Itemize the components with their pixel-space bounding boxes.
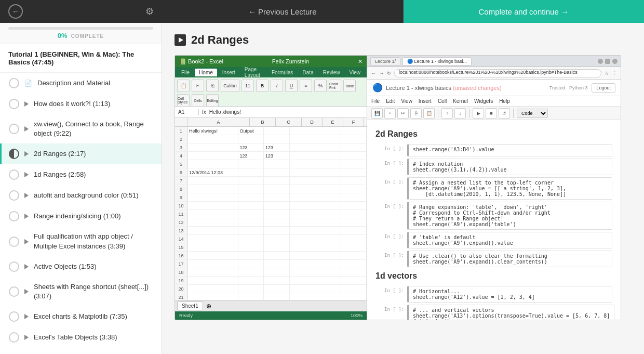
bookmark-icon[interactable]: ☆ [605, 71, 609, 76]
previous-lecture-button[interactable]: ← Previous Lecture [162, 0, 404, 23]
excel-cell[interactable] [238, 160, 264, 168]
excel-cell[interactable] [187, 227, 238, 234]
excel-cell[interactable] [290, 160, 315, 168]
excel-cell[interactable] [315, 160, 341, 168]
excel-cell[interactable] [315, 202, 341, 209]
excel-cell[interactable] [290, 268, 315, 276]
excel-tab-view[interactable]: View [345, 69, 365, 76]
excel-cell[interactable] [341, 135, 367, 143]
lesson-item[interactable]: Excel charts & Matplotlib (7:35) [0, 306, 162, 327]
menu-file[interactable]: File [371, 98, 380, 104]
table-row[interactable]: 18 [175, 268, 367, 277]
excel-cell[interactable] [187, 218, 238, 226]
notebook-cell[interactable]: In [ ]:# Index notation sheet.range((3,1… [375, 159, 612, 175]
excel-cell[interactable] [315, 135, 341, 143]
excel-cell[interactable]: Output [238, 127, 264, 135]
excel-cell[interactable] [238, 260, 264, 268]
excel-cell[interactable] [290, 202, 315, 209]
excel-cell[interactable] [264, 235, 289, 243]
cell-input[interactable]: # Range expansion: 'table', 'down', 'rig… [407, 202, 612, 230]
excel-cell[interactable] [341, 193, 367, 201]
lesson-item[interactable]: Range indexing/slicing (1:00) [0, 206, 162, 227]
table-row[interactable]: 19 [175, 277, 367, 285]
excel-cell[interactable] [290, 168, 315, 176]
excel-cell[interactable] [341, 243, 367, 251]
excel-cell[interactable] [341, 285, 367, 293]
excel-cell[interactable] [341, 168, 367, 176]
excel-cell[interactable] [238, 243, 264, 251]
excel-cell[interactable] [264, 277, 289, 284]
excel-cell[interactable] [187, 210, 238, 218]
excel-cell[interactable] [315, 185, 341, 193]
excel-cell[interactable] [238, 218, 264, 226]
col-c-header[interactable]: C [276, 118, 302, 126]
menu-help[interactable]: Help [499, 98, 510, 104]
excel-cell[interactable] [187, 202, 238, 209]
forward-nav-icon[interactable]: → [379, 71, 384, 76]
excel-cell[interactable] [187, 160, 238, 168]
notebook-cell[interactable]: In [ ]:# Use .clear() to also clear the … [375, 251, 612, 267]
lesson-item[interactable]: Sheets with Range shortcut (sheet[...]) … [0, 277, 162, 306]
excel-cell[interactable] [238, 235, 264, 243]
excel-cell[interactable] [187, 260, 238, 268]
table-row[interactable]: 4123123 [175, 152, 367, 160]
excel-cell[interactable] [341, 235, 367, 243]
excel-cell[interactable] [238, 227, 264, 234]
lesson-item[interactable]: 1d Ranges (2:58) [0, 164, 162, 185]
excel-cell[interactable] [315, 285, 341, 293]
col-a-header[interactable]: A [187, 118, 250, 126]
excel-cell[interactable] [238, 135, 264, 143]
font-btn[interactable]: Calibri [221, 80, 239, 92]
excel-cell[interactable] [187, 285, 238, 293]
lesson-item[interactable]: xw.view(), Connect to a book, Range obje… [0, 114, 162, 143]
excel-cell[interactable] [187, 293, 238, 300]
excel-cell[interactable]: 123 [238, 143, 264, 151]
chrome-tab-1[interactable]: Lecture 1/ [370, 57, 400, 65]
notebook-cell[interactable]: In [ ]:# 'table' is default sheet.range(… [375, 232, 612, 248]
menu-cell[interactable]: Cell [438, 98, 447, 104]
excel-cell[interactable] [290, 235, 315, 243]
cell-input[interactable]: # Horizontal... sheet.range('A12').value… [407, 286, 612, 303]
table-row[interactable]: 11 [175, 210, 367, 218]
menu-insert[interactable]: Insert [419, 98, 432, 104]
excel-cell[interactable] [187, 243, 238, 251]
excel-cell[interactable] [290, 252, 315, 259]
excel-cell[interactable] [264, 185, 289, 193]
excel-cell[interactable] [238, 168, 264, 176]
table-row[interactable]: 8 [175, 185, 367, 193]
excel-cell[interactable] [264, 252, 289, 259]
excel-cell[interactable] [315, 210, 341, 218]
excel-cell[interactable] [290, 135, 315, 143]
excel-cell[interactable] [315, 218, 341, 226]
maximize-btn[interactable] [605, 59, 610, 64]
excel-cell[interactable] [238, 202, 264, 209]
excel-cell[interactable] [341, 252, 367, 259]
excel-cell[interactable] [290, 260, 315, 268]
col-d-header[interactable]: D [302, 118, 323, 126]
excel-tab-file[interactable]: File [177, 69, 194, 76]
excel-cell[interactable] [238, 193, 264, 201]
excel-tab-insert[interactable]: Insert [218, 69, 239, 76]
bold-btn[interactable]: B [256, 80, 269, 92]
extensions-icon[interactable]: ⋮ [612, 71, 616, 76]
excel-cell[interactable] [290, 243, 315, 251]
table-row[interactable]: 9 [175, 193, 367, 202]
excel-cell[interactable] [264, 243, 289, 251]
chrome-tab-2[interactable]: 🔵 Lecture 1 - xlwings basi... [403, 57, 472, 65]
excel-cell[interactable] [264, 260, 289, 268]
menu-edit[interactable]: Edit [386, 98, 395, 104]
excel-cell[interactable] [290, 177, 315, 185]
excel-cell[interactable] [290, 285, 315, 293]
excel-cell[interactable] [315, 127, 341, 135]
excel-cell[interactable] [264, 160, 289, 168]
sheet1-tab[interactable]: Sheet1 [177, 301, 203, 310]
excel-cell[interactable] [238, 177, 264, 185]
excel-cell[interactable] [187, 135, 238, 143]
excel-cell[interactable] [290, 127, 315, 135]
copy-btn[interactable]: ⎘ [206, 80, 219, 92]
close-btn[interactable] [612, 59, 618, 64]
excel-cell[interactable]: 123 [238, 152, 264, 160]
excel-cell[interactable] [290, 185, 315, 193]
excel-cell[interactable] [238, 285, 264, 293]
back-button[interactable]: ← [8, 4, 23, 19]
